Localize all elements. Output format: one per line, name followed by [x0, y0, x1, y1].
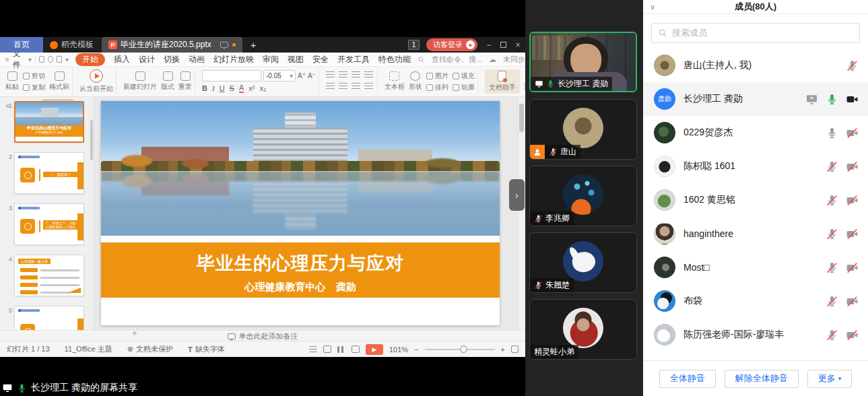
quickbar-dropdown-icon[interactable]: ▾: [65, 56, 69, 63]
member-row[interactable]: 龚勋 长沙理工 龚勋: [643, 82, 868, 116]
new-slide-button[interactable]: 新建幻灯片: [123, 71, 157, 92]
font-color-button[interactable]: A: [239, 84, 244, 93]
mic-muted-icon[interactable]: [826, 329, 838, 341]
fill-button[interactable]: 填充: [453, 71, 475, 81]
slide-thumbnail-5[interactable]: [14, 306, 84, 330]
copy-button[interactable]: 复制: [23, 83, 45, 92]
notes-bar[interactable]: + 单击此处添加备注: [0, 330, 525, 341]
ribbon-tab-devtools[interactable]: 开发工具: [337, 54, 370, 65]
collapse-panel-handle[interactable]: ›: [509, 179, 525, 211]
camera-off-icon[interactable]: [846, 261, 859, 274]
line-spacing-icon[interactable]: [364, 83, 373, 90]
ribbon-tab-security[interactable]: 安全: [312, 54, 329, 65]
shape-button[interactable]: 形状: [409, 71, 422, 92]
superscript-button[interactable]: x²: [248, 84, 255, 92]
mic-on-icon[interactable]: [826, 93, 838, 106]
align-right-icon[interactable]: [352, 83, 360, 90]
missing-font-status[interactable]: T缺失字体: [188, 344, 225, 354]
view-sorter-icon[interactable]: [337, 346, 345, 353]
guest-login-button[interactable]: 访客登录●: [426, 38, 477, 51]
slide-thumbnail-4[interactable]: 心理现象一般分类: [14, 255, 84, 296]
ribbon-tab-design[interactable]: 设计: [139, 54, 155, 65]
ribbon-tab-review[interactable]: 审阅: [263, 54, 279, 65]
ribbon-tab-features[interactable]: 特色功能: [378, 54, 411, 65]
member-row[interactable]: 0229贺彦杰: [643, 116, 868, 150]
camera-on-icon[interactable]: [846, 93, 859, 106]
ribbon-tab-home[interactable]: 开始: [75, 53, 105, 66]
ribbon-tab-insert[interactable]: 插入: [114, 54, 130, 65]
member-row[interactable]: Most□: [643, 251, 868, 284]
more-button[interactable]: 更多▾: [807, 370, 853, 388]
align-left-icon[interactable]: [326, 83, 335, 90]
char-spacing-input[interactable]: -0.05▾: [263, 70, 296, 81]
zoom-slider[interactable]: [425, 349, 495, 350]
zoom-out-button[interactable]: −: [414, 345, 418, 354]
member-row[interactable]: 1602 黄思铭: [643, 183, 868, 217]
video-tile-tangshan[interactable]: 唐山: [529, 99, 637, 160]
video-tile-gongxun[interactable]: 长沙理工 龚勋: [529, 32, 637, 92]
minimize-button[interactable]: −: [484, 40, 494, 50]
number-list-icon[interactable]: [339, 71, 347, 78]
camera-off-icon[interactable]: [846, 329, 859, 341]
increase-font-button[interactable]: A⁺: [298, 72, 306, 79]
camera-off-icon[interactable]: [846, 295, 859, 308]
slide-thumbnail-2[interactable]: 一、我是谁？: [14, 152, 84, 194]
italic-button[interactable]: I: [212, 84, 215, 92]
subscript-button[interactable]: x₂: [259, 84, 266, 92]
play-from-current-button[interactable]: 从当前开始: [79, 69, 113, 94]
video-tile-lizhaoqing[interactable]: 李兆卿: [529, 166, 637, 226]
screen-share-icon[interactable]: [805, 93, 818, 106]
reset-button[interactable]: 重置: [178, 71, 192, 92]
cut-button[interactable]: 剪切: [23, 71, 45, 81]
camera-off-icon[interactable]: [846, 228, 859, 240]
protect-status[interactable]: ⊗文档未保护: [127, 344, 173, 354]
command-search-box[interactable]: 查找命令、搜...: [432, 55, 482, 65]
video-tile-jinglingwa[interactable]: 精灵蛙小弟: [529, 299, 637, 360]
mic-muted-icon[interactable]: [826, 228, 838, 240]
mic-muted-icon[interactable]: [826, 295, 838, 308]
current-slide[interactable]: 毕业生的心理压力与应对 心理健康教育中心 龚勋: [101, 101, 500, 325]
ribbon-tab-animation[interactable]: 动画: [189, 54, 205, 65]
tab-wps-home[interactable]: 首页: [0, 37, 43, 53]
new-tab-button[interactable]: +: [242, 37, 265, 53]
search-members-input[interactable]: 搜索成员: [651, 23, 860, 43]
camera-off-icon[interactable]: [846, 127, 859, 139]
maximize-button[interactable]: [500, 42, 506, 48]
paste-button[interactable]: 粘贴: [5, 71, 19, 92]
collapse-members-icon[interactable]: ∨: [650, 3, 655, 11]
camera-off-icon[interactable]: [846, 194, 859, 207]
zoom-slider-knob[interactable]: [460, 345, 467, 353]
layout-button[interactable]: 版式: [161, 71, 174, 92]
video-tile-zhuqiaochu[interactable]: 朱翘楚: [529, 232, 637, 293]
tab-docer-templates[interactable]: 稻壳模板: [43, 37, 100, 53]
member-row[interactable]: hanginthere: [643, 217, 868, 251]
slide-thumbnail-1[interactable]: 毕业生的心理压力与应对心理健康教育中心 龚勋: [14, 101, 84, 143]
decrease-font-button[interactable]: A⁻: [308, 72, 316, 79]
pane-scrollbar[interactable]: [90, 120, 93, 160]
align-center-icon[interactable]: [339, 83, 347, 90]
ribbon-tab-slideshow[interactable]: 幻灯片放映: [213, 54, 254, 65]
close-button[interactable]: ×: [513, 40, 523, 50]
canvas-scrollbar[interactable]: [518, 97, 525, 330]
picture-button[interactable]: 图片: [426, 71, 448, 81]
member-row[interactable]: 陈历强老师-国际-廖瑞丰: [643, 318, 868, 352]
member-row[interactable]: 陈枳聪 1601: [643, 150, 868, 183]
bold-button[interactable]: B: [202, 84, 207, 92]
tab-active-document[interactable]: P 毕业生的讲座2020.5.pptx: [102, 37, 242, 53]
zoom-in-button[interactable]: +: [501, 345, 505, 354]
mic-muted-icon[interactable]: [846, 59, 859, 72]
unmute-all-button[interactable]: 解除全体静音: [725, 370, 799, 388]
member-row[interactable]: 布袋: [643, 284, 868, 318]
fullscreen-icon[interactable]: [511, 345, 519, 353]
save-icon[interactable]: [39, 56, 44, 63]
mic-muted-icon[interactable]: [826, 194, 838, 207]
strikethrough-button[interactable]: S: [230, 84, 234, 92]
underline-button[interactable]: U: [220, 84, 225, 92]
outdent-icon[interactable]: [352, 71, 360, 78]
sync-status[interactable]: 未同步: [503, 55, 525, 65]
mic-icon[interactable]: [826, 127, 838, 139]
view-read-icon[interactable]: [352, 345, 360, 353]
mute-all-button[interactable]: 全体静音: [659, 370, 716, 388]
ribbon-tab-view[interactable]: 视图: [288, 54, 304, 65]
mic-muted-icon[interactable]: [826, 160, 838, 173]
